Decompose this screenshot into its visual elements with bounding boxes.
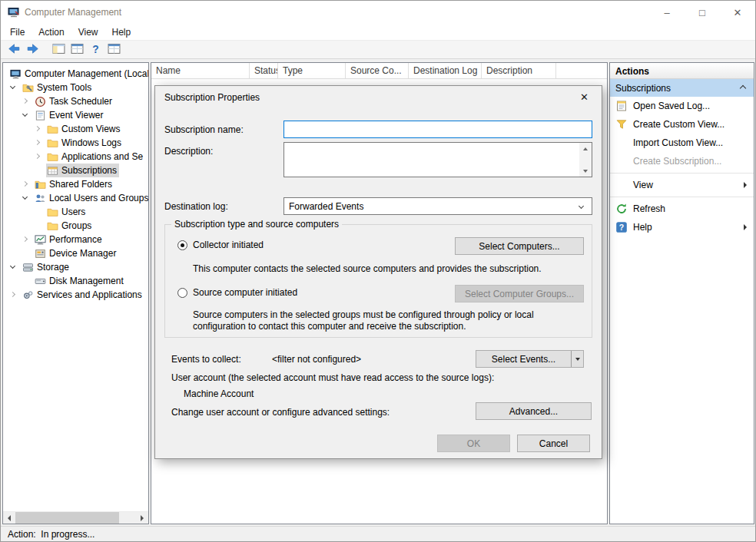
show-hide-console-tree-button[interactable] bbox=[49, 41, 68, 58]
properties-window-button[interactable] bbox=[68, 41, 86, 58]
scroll-down-arrow-icon[interactable] bbox=[579, 166, 592, 176]
advanced-settings-label: Change user account or configure advance… bbox=[171, 407, 390, 418]
textarea-scrollbar[interactable] bbox=[579, 143, 592, 177]
folder-icon bbox=[47, 124, 58, 135]
destination-log-label: Destination log: bbox=[164, 201, 228, 212]
tree-item-users[interactable]: Users bbox=[3, 205, 148, 219]
select-computer-groups-button[interactable]: Select Computer Groups... bbox=[455, 285, 584, 302]
computer-management-app-icon bbox=[8, 6, 20, 18]
folder-icon bbox=[47, 137, 58, 149]
dropdown-arrow-icon[interactable] bbox=[571, 351, 583, 367]
action-create-custom-view[interactable]: Create Custom View... bbox=[610, 115, 754, 134]
toolbar: ? bbox=[1, 40, 755, 59]
tree-item-subscriptions[interactable]: Subscriptions bbox=[3, 164, 148, 177]
chevron-right-icon[interactable] bbox=[10, 292, 15, 297]
folder-icon bbox=[47, 207, 58, 218]
menu-help[interactable]: Help bbox=[105, 25, 138, 40]
destination-log-dropdown[interactable]: Forwarded Events bbox=[284, 197, 592, 215]
select-computers-button[interactable]: Select Computers... bbox=[455, 237, 584, 255]
tree-item-custom-views[interactable]: Custom Views bbox=[3, 122, 148, 136]
tree-item-label: Disk Management bbox=[49, 274, 124, 288]
tree-item-computer-management-local[interactable]: Computer Management (Local bbox=[3, 67, 148, 81]
column-header-source-co[interactable]: Source Co... bbox=[346, 63, 409, 78]
dialog-close-button[interactable]: ✕ bbox=[567, 86, 602, 107]
console-tree-icon bbox=[52, 42, 65, 58]
chevron-down-icon[interactable] bbox=[10, 263, 15, 269]
description-textarea[interactable] bbox=[284, 142, 592, 177]
computer-icon bbox=[10, 68, 22, 80]
ok-button[interactable]: OK bbox=[437, 435, 510, 452]
column-header-name[interactable]: Name bbox=[151, 63, 250, 78]
back-button[interactable] bbox=[5, 41, 23, 58]
window-title: Computer Management bbox=[25, 7, 121, 18]
scroll-left-arrow-icon[interactable] bbox=[3, 512, 15, 524]
chevron-down-icon[interactable] bbox=[22, 111, 28, 117]
minimize-button[interactable]: – bbox=[649, 1, 685, 24]
shared-folders-icon bbox=[35, 179, 46, 190]
action-help[interactable]: ?Help bbox=[610, 218, 754, 236]
subscription-name-label: Subscription name: bbox=[164, 124, 244, 135]
action-refresh[interactable]: Refresh bbox=[610, 200, 754, 218]
dialog-title: Subscription Properties bbox=[164, 92, 260, 103]
scroll-up-arrow-icon[interactable] bbox=[579, 144, 592, 154]
action-view[interactable]: View bbox=[610, 176, 754, 194]
actions-pane-title: Actions bbox=[610, 63, 754, 79]
column-header-type[interactable]: Type bbox=[278, 63, 346, 78]
forward-button[interactable] bbox=[23, 41, 41, 58]
tree-item-storage[interactable]: Storage bbox=[3, 260, 148, 274]
chevron-right-icon[interactable] bbox=[35, 126, 40, 131]
tree-item-disk-management[interactable]: Disk Management bbox=[3, 274, 148, 288]
close-button[interactable]: ✕ bbox=[720, 1, 755, 24]
tree-item-local-users-and-groups[interactable]: Local Users and Groups bbox=[3, 191, 148, 205]
tree-item-shared-folders[interactable]: Shared Folders bbox=[3, 177, 148, 191]
help-button[interactable]: ? bbox=[86, 41, 104, 58]
actions-section-label: Subscriptions bbox=[615, 83, 671, 94]
action-create-subscription[interactable]: Create Subscription... bbox=[610, 152, 754, 170]
chevron-right-icon[interactable] bbox=[35, 154, 40, 159]
chevron-right-icon[interactable] bbox=[22, 236, 28, 242]
action-open-saved-log[interactable]: Open Saved Log... bbox=[610, 97, 754, 115]
source-computer-initiated-radio[interactable]: Source computer initiated bbox=[177, 287, 297, 298]
column-header-description[interactable]: Description bbox=[482, 63, 556, 78]
tree-item-services-and-applications[interactable]: Services and Applications bbox=[3, 288, 148, 302]
icon-placeholder bbox=[615, 155, 628, 167]
tree-item-groups[interactable]: Groups bbox=[3, 219, 148, 233]
tree-item-event-viewer[interactable]: Event Viewer bbox=[3, 108, 148, 122]
tree-item-windows-logs[interactable]: Windows Logs bbox=[3, 136, 148, 150]
computer-management-window: Computer Management – □ ✕ FileActionView… bbox=[0, 0, 756, 542]
tree-item-performance[interactable]: Performance bbox=[3, 233, 148, 246]
column-header-status[interactable]: Status bbox=[250, 63, 278, 78]
maximize-button[interactable]: □ bbox=[685, 1, 720, 24]
advanced-button[interactable]: Advanced... bbox=[476, 402, 592, 420]
chevron-up-icon[interactable] bbox=[740, 85, 746, 91]
scroll-right-arrow-icon[interactable] bbox=[136, 512, 148, 524]
tree-item-device-manager[interactable]: Device Manager bbox=[3, 246, 148, 260]
menu-view[interactable]: View bbox=[71, 25, 105, 40]
disk-management-icon bbox=[35, 276, 46, 287]
chevron-right-icon[interactable] bbox=[35, 140, 40, 145]
chevron-down-icon[interactable] bbox=[22, 194, 28, 200]
dialog-title-bar: Subscription Properties ✕ bbox=[155, 86, 602, 107]
cancel-button[interactable]: Cancel bbox=[517, 435, 590, 452]
chevron-right-icon[interactable] bbox=[22, 98, 28, 104]
console-window-button[interactable] bbox=[104, 41, 123, 58]
menu-file[interactable]: File bbox=[3, 25, 32, 40]
tree-item-applications-and-se[interactable]: Applications and Se bbox=[3, 150, 148, 164]
collector-initiated-radio[interactable]: Collector initiated bbox=[177, 240, 264, 250]
tree-horizontal-scrollbar[interactable] bbox=[3, 511, 148, 524]
chevron-down-icon[interactable] bbox=[10, 84, 15, 89]
column-header-destination-log[interactable]: Destination Log bbox=[409, 63, 482, 78]
events-filter-value: <filter not configured> bbox=[272, 354, 361, 365]
tree-item-system-tools[interactable]: System Tools bbox=[3, 81, 148, 94]
menu-action[interactable]: Action bbox=[32, 25, 71, 40]
open-log-icon bbox=[615, 100, 628, 112]
collector-initiated-label: Collector initiated bbox=[193, 240, 264, 250]
actions-section-subscriptions[interactable]: Subscriptions bbox=[610, 79, 754, 97]
select-events-button[interactable]: Select Events... bbox=[476, 350, 584, 368]
chevron-right-icon[interactable] bbox=[22, 181, 28, 187]
action-label: Open Saved Log... bbox=[633, 101, 710, 111]
tree-item-task-scheduler[interactable]: Task Scheduler bbox=[3, 94, 148, 108]
subscription-name-input[interactable] bbox=[284, 121, 592, 138]
action-import-custom-view[interactable]: Import Custom View... bbox=[610, 134, 754, 152]
scrollbar-thumb[interactable] bbox=[15, 512, 119, 524]
